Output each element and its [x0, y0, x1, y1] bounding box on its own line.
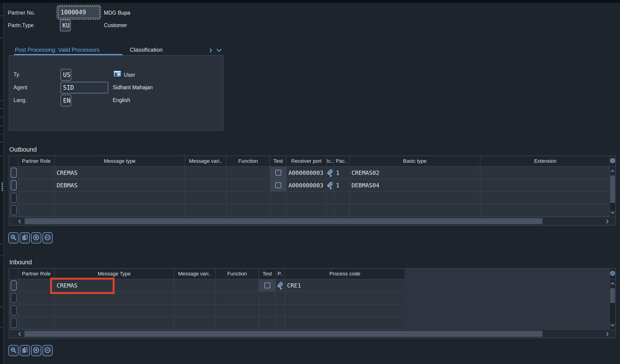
vscroll-thumb[interactable]	[610, 288, 615, 303]
cell-process-code[interactable]	[285, 317, 405, 329]
copy-button[interactable]	[20, 232, 30, 243]
cell-function[interactable]	[227, 204, 270, 216]
chevron-left-icon[interactable]	[16, 331, 23, 337]
cell-message-type[interactable]: CREMAS	[55, 167, 185, 179]
partner-type-field[interactable]: KU	[60, 20, 71, 31]
row-selector[interactable]	[9, 192, 18, 204]
cell-packet[interactable]: 1	[334, 179, 350, 191]
cell-message-variant[interactable]	[174, 317, 216, 329]
chevron-right-icon[interactable]	[604, 331, 611, 337]
row-selector[interactable]	[9, 179, 18, 191]
chevron-left-icon[interactable]	[16, 218, 23, 225]
cell-message-variant[interactable]	[185, 167, 227, 179]
cell-idoc[interactable]	[327, 192, 334, 204]
chevron-right-icon[interactable]	[208, 47, 213, 54]
cell-idoc[interactable]	[327, 167, 334, 179]
cell-function[interactable]	[216, 279, 259, 291]
cell-partner-role[interactable]	[18, 204, 55, 216]
hscroll-thumb[interactable]	[25, 331, 542, 337]
cell-test[interactable]	[270, 204, 287, 216]
row-selector[interactable]	[9, 292, 18, 304]
cell-process-indicator[interactable]	[276, 279, 285, 291]
chevron-down-icon[interactable]	[610, 322, 615, 328]
row-selector[interactable]	[9, 304, 18, 317]
delete-row-button[interactable]	[42, 232, 53, 243]
cell-process-code[interactable]	[285, 304, 405, 317]
cell-message-type[interactable]: DEBMAS	[55, 179, 185, 191]
cell-message-variant[interactable]	[185, 192, 227, 204]
cell-extension[interactable]	[480, 204, 610, 216]
cell-idoc[interactable]	[327, 204, 334, 216]
cell-process-indicator[interactable]	[276, 317, 285, 329]
cell-process-code[interactable]	[285, 292, 405, 304]
delete-row-button[interactable]	[42, 345, 53, 356]
copy-button[interactable]	[20, 345, 30, 356]
cell-basic-type[interactable]: CREMAS02	[350, 167, 480, 179]
row-selector[interactable]	[9, 204, 18, 216]
cell-extension[interactable]	[480, 179, 610, 191]
tab-classification[interactable]: Classification	[130, 46, 163, 53]
choose-detail-button[interactable]	[8, 345, 18, 356]
cell-process-indicator[interactable]	[276, 292, 285, 304]
cell-message-type[interactable]	[55, 317, 174, 329]
cell-message-variant[interactable]	[185, 204, 227, 216]
cell-extension[interactable]	[480, 167, 610, 179]
row-selector[interactable]	[9, 279, 18, 291]
vscroll-track[interactable]	[610, 303, 615, 321]
cell-packet[interactable]: 1	[334, 167, 350, 179]
cell-function[interactable]	[216, 292, 259, 304]
outbound-vscrollbar[interactable]	[609, 156, 615, 217]
cell-message-variant[interactable]	[185, 179, 227, 191]
cell-process-code[interactable]: CRE1	[285, 279, 405, 291]
chevron-up-icon[interactable]	[610, 168, 615, 174]
cell-test[interactable]	[270, 167, 287, 179]
insert-row-button[interactable]	[31, 345, 41, 356]
cell-receiver-port[interactable]: A000000003	[287, 167, 327, 179]
vscroll-thumb[interactable]	[610, 176, 615, 203]
agent-field[interactable]: SID	[61, 82, 108, 93]
cell-function[interactable]	[227, 192, 270, 204]
cell-partner-role[interactable]	[18, 179, 55, 191]
cell-idoc[interactable]	[327, 179, 334, 191]
panel-splitter-handle[interactable]	[2, 182, 3, 192]
cell-partner-role[interactable]	[18, 192, 55, 204]
cell-message-variant[interactable]	[174, 279, 216, 291]
table-settings-button[interactable]	[610, 156, 615, 167]
test-checkbox[interactable]	[275, 182, 281, 188]
lang-field[interactable]: EN	[61, 95, 71, 106]
table-settings-button[interactable]	[610, 269, 615, 279]
cell-basic-type[interactable]	[350, 192, 480, 204]
cell-message-variant[interactable]	[174, 304, 216, 317]
cell-partner-role[interactable]	[18, 292, 55, 304]
chevron-right-icon[interactable]	[604, 218, 611, 225]
cell-test[interactable]	[259, 292, 276, 304]
cell-basic-type[interactable]: DEBMAS04	[350, 179, 480, 191]
test-checkbox[interactable]	[275, 170, 281, 176]
cell-packet[interactable]	[334, 204, 350, 216]
cell-partner-role[interactable]	[18, 304, 55, 317]
hscroll-thumb[interactable]	[25, 218, 542, 224]
cell-message-type[interactable]	[55, 304, 174, 317]
outbound-hscrollbar[interactable]	[9, 217, 615, 225]
cell-test[interactable]	[259, 317, 276, 329]
cell-test[interactable]	[259, 304, 276, 317]
cell-extension[interactable]	[480, 192, 610, 204]
cell-function[interactable]	[227, 167, 270, 179]
vscroll-track[interactable]	[610, 203, 615, 209]
chevron-down-icon[interactable]	[610, 210, 615, 215]
chevron-up-icon[interactable]	[610, 281, 615, 286]
cell-message-type[interactable]	[55, 204, 185, 216]
cell-basic-type[interactable]	[350, 204, 480, 216]
cell-message-variant[interactable]	[174, 292, 216, 304]
cell-function[interactable]	[216, 304, 259, 317]
cell-test[interactable]	[259, 279, 276, 291]
test-checkbox[interactable]	[264, 282, 270, 288]
cell-function[interactable]	[216, 317, 259, 329]
cell-partner-role[interactable]	[18, 167, 55, 179]
cell-process-indicator[interactable]	[276, 304, 285, 317]
cell-receiver-port[interactable]	[287, 204, 327, 216]
chevron-down-icon[interactable]	[215, 47, 223, 55]
cell-receiver-port[interactable]	[287, 192, 327, 204]
inbound-vscrollbar[interactable]	[609, 269, 615, 330]
cell-partner-role[interactable]	[18, 317, 55, 329]
